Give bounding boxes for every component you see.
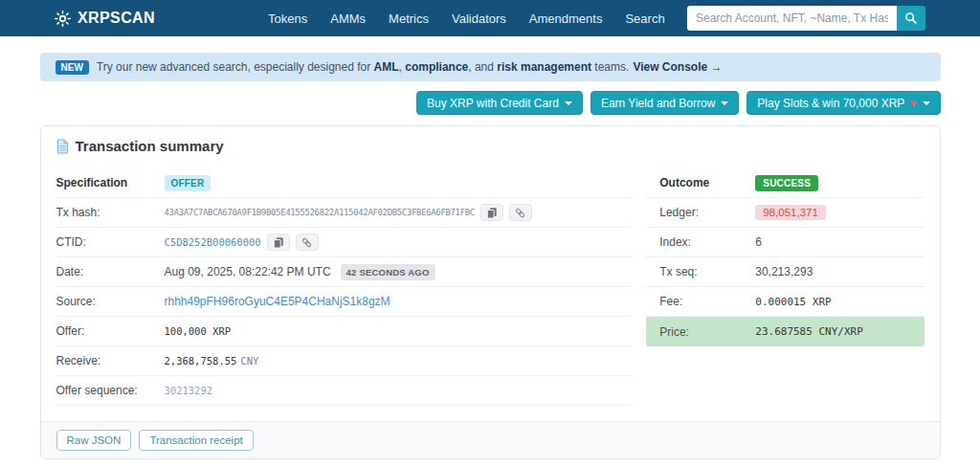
outcome-header: Outcome bbox=[659, 176, 755, 189]
nav-item-tokens[interactable]: Tokens bbox=[268, 11, 307, 26]
card-title-text: Transaction summary bbox=[76, 138, 224, 154]
index-row: Index: 6 bbox=[646, 228, 924, 257]
receive-label: Receive: bbox=[56, 354, 165, 367]
tx-seq-row: Tx seq: 30,213,293 bbox=[646, 257, 924, 287]
outcome-header-row: Outcome SUCCESS bbox=[646, 168, 924, 198]
search-input[interactable] bbox=[687, 6, 897, 31]
tx-hash-row: Tx hash: 43A3A7C7ABCA670A9F1B9B05E415552… bbox=[56, 198, 632, 228]
tx-hash-label: Tx hash: bbox=[56, 206, 165, 219]
copy-icon bbox=[486, 207, 498, 219]
time-ago-badge: 42 SECONDS AGO bbox=[341, 264, 435, 280]
offer-sequence-value[interactable]: 30213292 bbox=[165, 385, 213, 396]
link-tx-hash-button[interactable] bbox=[509, 204, 532, 221]
nav-item-amms[interactable]: AMMs bbox=[330, 11, 366, 26]
ledger-index-badge[interactable]: 98,051,371 bbox=[755, 205, 826, 220]
play-slots-label: Play Slots & win 70,000 XRP bbox=[757, 97, 904, 110]
brand-logo[interactable]: XRPSCAN bbox=[55, 10, 155, 27]
outcome-table: Outcome SUCCESS Ledger: 98,051,371 Index… bbox=[646, 168, 924, 346]
nav-item-metrics[interactable]: Metrics bbox=[389, 11, 429, 26]
brand-name: XRPSCAN bbox=[78, 10, 155, 27]
earn-yield-label: Earn Yield and Borrow bbox=[601, 97, 715, 110]
price-label: Price: bbox=[659, 325, 755, 339]
ctid-row: CTID: C5D8252B00060000 bbox=[56, 228, 632, 257]
success-badge: SUCCESS bbox=[755, 175, 818, 191]
new-badge: NEW bbox=[56, 60, 89, 75]
chevron-down-icon bbox=[721, 101, 728, 105]
offer-label: Offer: bbox=[56, 324, 165, 338]
summary-columns: Specification OFFER Tx hash: 43A3A7C7ABC… bbox=[56, 168, 924, 406]
raw-json-button[interactable]: Raw JSON bbox=[56, 430, 132, 451]
heart-icon: ♥ bbox=[909, 97, 916, 110]
fee-value: 0.000015 XRP bbox=[755, 296, 831, 308]
banner-seg1: Try our new advanced search, especially … bbox=[97, 60, 374, 74]
receive-row: Receive: 2,368,758.55 CNY bbox=[56, 346, 632, 376]
search-icon bbox=[904, 11, 918, 25]
specification-table: Specification OFFER Tx hash: 43A3A7C7ABC… bbox=[56, 168, 632, 406]
date-value: Aug 09, 2025, 08:22:42 PM UTC bbox=[165, 265, 331, 278]
sun-logo-icon bbox=[55, 11, 71, 27]
chevron-down-icon bbox=[565, 101, 572, 105]
chevron-down-icon bbox=[923, 101, 930, 105]
banner-seg4: teams. bbox=[591, 60, 629, 74]
nav-item-search[interactable]: Search bbox=[625, 11, 664, 26]
copy-tx-hash-button[interactable] bbox=[480, 204, 503, 221]
copy-ctid-button[interactable] bbox=[267, 234, 290, 251]
tx-seq-value: 30,213,293 bbox=[755, 265, 813, 278]
price-row: Price: 23.687585 CNY/XRP bbox=[646, 317, 924, 346]
receive-currency-link[interactable]: CNY bbox=[240, 355, 258, 367]
promo-actions: Buy XRP with Credit Card Earn Yield and … bbox=[40, 91, 941, 115]
play-slots-button[interactable]: Play Slots & win 70,000 XRP ♥ bbox=[746, 91, 940, 115]
view-console-link[interactable]: View Console → bbox=[633, 60, 722, 74]
ledger-label: Ledger: bbox=[659, 206, 755, 219]
specification-header: Specification bbox=[56, 176, 165, 189]
offer-value: 100,000 XRP bbox=[165, 325, 232, 337]
card-footer: Raw JSON Transaction receipt bbox=[41, 421, 940, 458]
offer-sequence-label: Offer sequence: bbox=[56, 384, 165, 397]
top-navbar: XRPSCAN Tokens AMMs Metrics Validators A… bbox=[0, 0, 980, 36]
page-title: Transaction summary bbox=[56, 138, 924, 154]
source-row: Source: rhhh49pFH96roGyuC4E5P4CHaNjS1k8g… bbox=[56, 287, 632, 317]
receive-value: 2,368,758.55 bbox=[165, 355, 237, 367]
announcement-banner: NEW Try our new advanced search, especia… bbox=[40, 53, 941, 81]
nav-item-amendments[interactable]: Amendments bbox=[529, 11, 603, 26]
buy-xrp-label: Buy XRP with Credit Card bbox=[427, 97, 559, 110]
ctid-label: CTID: bbox=[56, 235, 165, 249]
date-label: Date: bbox=[56, 265, 165, 278]
date-row: Date: Aug 09, 2025, 08:22:42 PM UTC 42 S… bbox=[56, 257, 632, 287]
nav-item-validators[interactable]: Validators bbox=[452, 11, 506, 26]
source-label: Source: bbox=[56, 295, 165, 308]
earn-yield-button[interactable]: Earn Yield and Borrow bbox=[590, 91, 739, 115]
offer-type-badge: OFFER bbox=[165, 175, 212, 191]
offer-row: Offer: 100,000 XRP bbox=[56, 317, 632, 346]
banner-text: Try our new advanced search, especially … bbox=[97, 60, 630, 74]
link-ctid-button[interactable] bbox=[296, 234, 319, 251]
banner-risk: risk management bbox=[497, 60, 591, 74]
banner-aml: AML bbox=[374, 60, 399, 74]
source-account-link[interactable]: rhhh49pFH96roGyuC4E5P4CHaNjS1k8gzM bbox=[165, 295, 390, 308]
document-icon bbox=[56, 139, 69, 154]
offer-sequence-row: Offer sequence: 30213292 bbox=[56, 376, 632, 406]
buy-xrp-button[interactable]: Buy XRP with Credit Card bbox=[416, 91, 583, 115]
banner-seg3: , and bbox=[468, 60, 497, 74]
tx-seq-label: Tx seq: bbox=[659, 265, 755, 278]
transaction-receipt-button[interactable]: Transaction receipt bbox=[139, 430, 253, 451]
fee-row: Fee: 0.000015 XRP bbox=[646, 287, 924, 317]
copy-icon bbox=[273, 236, 284, 249]
banner-compliance: compliance bbox=[405, 60, 468, 74]
index-value: 6 bbox=[755, 235, 762, 249]
tx-hash-value: 43A3A7C7ABCA670A9F1B9B05E4155526822A1150… bbox=[165, 208, 475, 217]
navbar-search bbox=[687, 6, 925, 31]
link-icon bbox=[301, 236, 313, 249]
price-value: 23.687585 CNY/XRP bbox=[755, 325, 863, 338]
link-icon bbox=[514, 207, 526, 219]
card-body: Transaction summary Specification OFFER … bbox=[41, 126, 940, 421]
ctid-value[interactable]: C5D8252B00060000 bbox=[165, 236, 261, 248]
fee-label: Fee: bbox=[659, 295, 755, 308]
specification-header-row: Specification OFFER bbox=[56, 168, 632, 198]
index-label: Index: bbox=[659, 235, 755, 249]
main-nav: Tokens AMMs Metrics Validators Amendment… bbox=[268, 11, 665, 26]
search-button[interactable] bbox=[897, 6, 925, 31]
ledger-row: Ledger: 98,051,371 bbox=[646, 198, 924, 228]
transaction-summary-card: Transaction summary Specification OFFER … bbox=[40, 125, 941, 459]
